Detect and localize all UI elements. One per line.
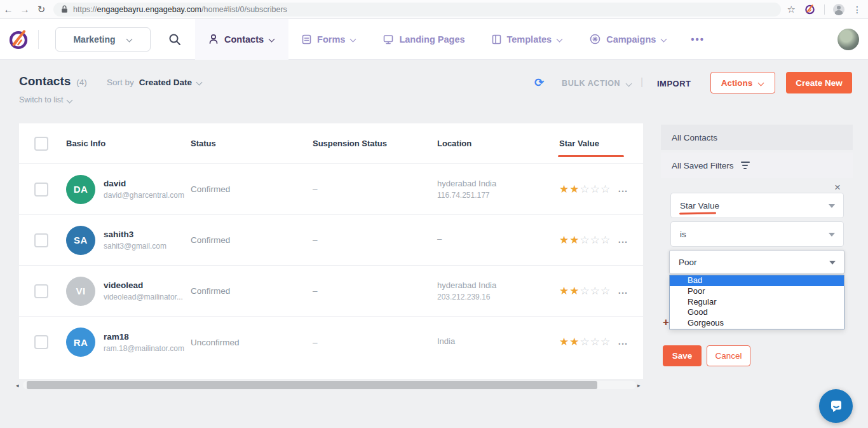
star-filled-icon[interactable]: ★ [559,336,569,348]
star-filled-icon[interactable]: ★ [559,234,569,246]
contact-avatar[interactable]: RA [66,328,95,357]
chevron-down-icon [557,36,563,42]
star-empty-icon[interactable]: ☆ [600,183,610,195]
horizontal-scrollbar[interactable]: ◂ ▸ [16,380,643,390]
row-menu-icon[interactable]: ••• [618,235,628,245]
nav-item-forms[interactable]: Forms [288,19,370,60]
table-row[interactable]: SA sahith3sahit3@gmail.com Confirmed – –… [19,215,643,266]
star-filled-icon[interactable]: ★ [569,234,579,246]
row-checkbox[interactable] [34,183,48,197]
column-header-star-value[interactable]: Star Value [559,139,643,148]
nav-item-templates[interactable]: Templates [478,19,577,60]
bookmark-star-icon[interactable]: ☆ [787,4,796,15]
close-icon[interactable]: × [834,182,841,193]
contact-avatar[interactable]: VI [66,277,95,306]
table-row[interactable]: DA daviddavid@gharcentral.com Confirmed … [19,164,643,215]
star-filled-icon[interactable]: ★ [559,183,569,195]
filter-field-select[interactable]: Star Value [670,193,844,218]
import-button[interactable]: IMPORT [657,79,691,88]
star-filled-icon[interactable]: ★ [569,336,579,348]
star-empty-icon[interactable]: ☆ [580,183,590,195]
filter-value-select[interactable]: Poor [669,250,844,274]
option-regular[interactable]: Regular [670,297,844,308]
refresh-icon[interactable]: ⟳ [534,76,544,90]
engagebay-extension-icon[interactable] [804,3,816,15]
browser-back-icon[interactable]: ← [0,4,17,15]
filter-all-contacts[interactable]: All Contacts [661,125,853,150]
actions-button[interactable]: Actions [710,72,775,93]
star-empty-icon[interactable]: ☆ [600,336,610,348]
switch-to-list-control[interactable]: Switch to list [19,95,73,104]
chevron-down-icon [661,36,667,42]
bulk-action-button[interactable]: BULK ACTION [562,79,632,88]
scroll-left-icon[interactable]: ◂ [16,382,22,389]
contact-name[interactable]: videolead [104,280,183,290]
option-bad[interactable]: Bad [670,275,844,286]
select-all-checkbox[interactable] [34,137,48,151]
option-poor[interactable]: Poor [670,286,844,297]
filter-operator-value: is [680,230,686,239]
browser-menu-icon[interactable]: ⋮ [853,4,862,15]
column-header-location[interactable]: Location [437,139,559,148]
scroll-right-icon[interactable]: ▸ [637,382,643,389]
filter-all-saved-filters[interactable]: All Saved Filters [661,153,853,178]
star-empty-icon[interactable]: ☆ [600,285,610,297]
star-empty-icon[interactable]: ☆ [600,234,610,246]
star-empty-icon[interactable]: ☆ [580,336,590,348]
column-header-suspension-status[interactable]: Suspension Status [313,139,437,148]
user-avatar[interactable] [837,29,859,50]
workspace-selector[interactable]: Marketing [55,27,151,52]
save-button[interactable]: Save [663,345,702,366]
star-filled-icon[interactable]: ★ [559,285,569,297]
star-filled-icon[interactable]: ★ [569,183,579,195]
table-row[interactable]: VI videoleadvideolead@mailinator... Conf… [19,266,643,317]
chat-bubble-icon [827,397,845,415]
row-menu-icon[interactable]: ••• [618,337,628,347]
chat-widget-button[interactable] [819,389,853,423]
filter-operator-select[interactable]: is [670,221,844,247]
star-filled-icon[interactable]: ★ [569,285,579,297]
star-empty-icon[interactable]: ☆ [590,183,600,195]
add-condition-icon[interactable]: + [663,316,669,329]
star-empty-icon[interactable]: ☆ [590,285,600,297]
table-row[interactable]: RA ram18ram.18@mailinator.com Unconfirme… [19,317,643,368]
row-checkbox[interactable] [34,335,48,349]
option-gorgeous[interactable]: Gorgeous [670,318,844,329]
contact-name[interactable]: sahith3 [104,230,166,239]
nav-item-campaigns[interactable]: Campaigns [576,19,681,60]
column-header-status[interactable]: Status [191,139,313,148]
monitor-icon [383,34,393,45]
address-bar[interactable]: https://engagebayru.engagebay.com/home#l… [53,3,781,17]
star-empty-icon[interactable]: ☆ [590,336,600,348]
contact-avatar[interactable]: SA [66,226,95,255]
nav-item-landing-pages[interactable]: Landing Pages [370,19,478,60]
scrollbar-track[interactable] [23,381,636,389]
column-header-basic-info[interactable]: Basic Info [66,139,191,148]
row-menu-icon[interactable]: ••• [618,184,628,195]
row-checkbox[interactable] [34,233,48,247]
engagebay-logo[interactable] [0,28,38,51]
contact-avatar[interactable]: DA [66,175,95,204]
all-saved-filters-label: All Saved Filters [672,161,734,170]
browser-profile-icon[interactable] [833,4,844,15]
contact-status: Confirmed [191,286,313,296]
scrollbar-thumb[interactable] [27,381,597,389]
row-checkbox[interactable] [34,284,48,298]
browser-forward-icon[interactable]: → [17,4,33,15]
browser-reload-icon[interactable]: ↻ [33,4,50,15]
search-button[interactable] [168,33,181,46]
sort-by-control[interactable]: Sort by Created Date [107,78,203,87]
contact-name[interactable]: david [104,179,184,188]
filter-icon [741,162,750,169]
option-good[interactable]: Good [670,307,844,318]
form-icon [302,34,311,45]
row-menu-icon[interactable]: ••• [618,286,628,296]
nav-item-contacts[interactable]: Contacts [195,19,288,60]
cancel-button[interactable]: Cancel [707,345,750,366]
contact-name[interactable]: ram18 [104,332,184,342]
create-new-button[interactable]: Create New [786,72,852,93]
star-empty-icon[interactable]: ☆ [580,234,590,246]
star-empty-icon[interactable]: ☆ [590,234,600,246]
nav-more-menu[interactable]: ••• [681,19,715,60]
star-empty-icon[interactable]: ☆ [580,285,590,297]
